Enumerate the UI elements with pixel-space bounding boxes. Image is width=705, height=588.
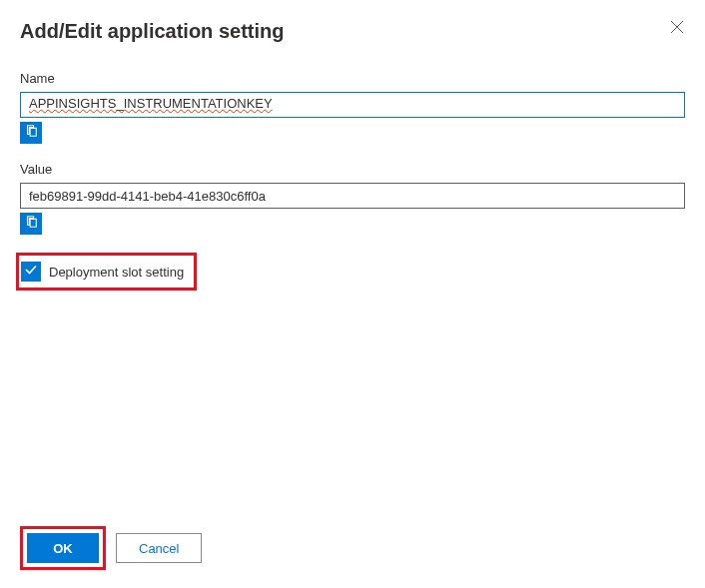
deployment-slot-checkbox[interactable]: [21, 262, 41, 282]
panel-footer: OK Cancel: [20, 512, 685, 588]
app-setting-panel: Add/Edit application setting Name APPINS…: [0, 0, 705, 588]
name-input[interactable]: APPINSIGHTS_INSTRUMENTATIONKEY: [20, 92, 685, 118]
value-input[interactable]: [20, 183, 685, 209]
checkmark-icon: [24, 263, 38, 281]
panel-content: Name APPINSIGHTS_INSTRUMENTATIONKEY Valu…: [20, 71, 685, 512]
copy-value-button[interactable]: [20, 213, 42, 235]
panel-header: Add/Edit application setting: [20, 20, 685, 43]
close-icon: [670, 20, 684, 37]
copy-icon: [24, 124, 38, 142]
ok-highlight: OK: [20, 526, 106, 570]
deployment-slot-setting-row: Deployment slot setting: [16, 253, 197, 291]
name-label: Name: [20, 71, 685, 86]
close-button[interactable]: [669, 20, 685, 36]
deployment-slot-label: Deployment slot setting: [49, 265, 184, 280]
copy-name-button[interactable]: [20, 122, 42, 144]
cancel-button[interactable]: Cancel: [116, 533, 202, 563]
copy-icon: [24, 215, 38, 233]
value-field-group: Value: [20, 162, 685, 235]
panel-title: Add/Edit application setting: [20, 20, 284, 43]
value-label: Value: [20, 162, 685, 177]
ok-button[interactable]: OK: [27, 533, 99, 563]
name-field-group: Name APPINSIGHTS_INSTRUMENTATIONKEY: [20, 71, 685, 144]
